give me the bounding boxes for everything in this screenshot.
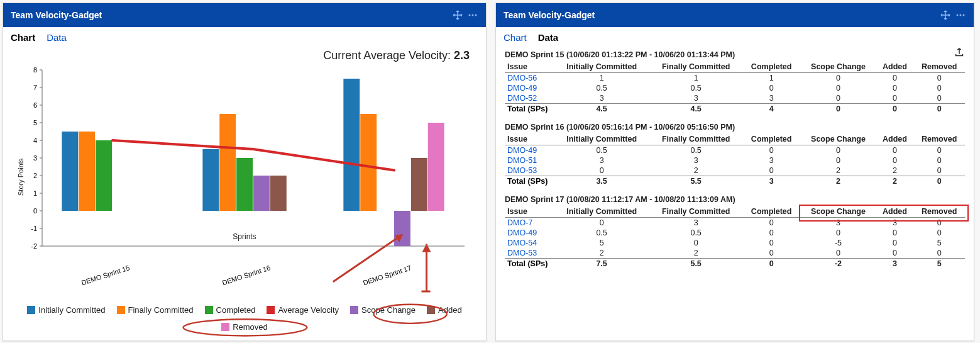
cell: 3 <box>649 155 742 166</box>
svg-rect-39 <box>394 211 410 246</box>
table-total-row: Total (SPs)3.55.53220 <box>505 176 965 187</box>
col-completed: Completed <box>742 133 800 145</box>
issue-link[interactable]: DMO-53 <box>505 166 554 176</box>
svg-rect-31 <box>202 149 219 211</box>
svg-rect-28 <box>79 132 95 211</box>
cell: 0 <box>649 238 742 248</box>
total-cell: 3 <box>876 259 914 269</box>
issue-link[interactable]: DMO-52 <box>505 93 554 104</box>
svg-rect-35 <box>270 176 287 211</box>
total-label: Total (SPs) <box>505 259 554 269</box>
table-row: DMO-490.50.50000 <box>505 145 965 156</box>
more-icon[interactable] <box>467 9 478 21</box>
tab-chart[interactable]: Chart <box>504 32 527 43</box>
table-row: DMO-53220000 <box>505 248 965 259</box>
table-row: DMO-52333000 <box>505 93 965 104</box>
col-removed: Removed <box>913 133 965 145</box>
gadget-title: Team Velocity-Gadget <box>504 10 595 20</box>
svg-text:3: 3 <box>33 154 37 162</box>
legend-initially-committed: Initially Committed <box>27 305 105 315</box>
issue-link[interactable]: DMO-56 <box>505 73 554 84</box>
svg-point-1 <box>472 14 474 16</box>
cell: 0 <box>913 145 965 156</box>
col-scope_change: Scope Change <box>800 206 876 218</box>
svg-text:4: 4 <box>33 137 37 144</box>
issue-link[interactable]: DMO-53 <box>505 248 554 259</box>
tab-data[interactable]: Data <box>538 32 559 43</box>
issue-link[interactable]: DMO-54 <box>505 238 554 248</box>
tabs: Chart Data <box>3 27 486 45</box>
svg-text:2: 2 <box>33 172 37 179</box>
export-icon[interactable] <box>954 47 966 59</box>
sprint-block: DEMO Sprint 17 (10/08/20 11:12:17 AM - 1… <box>505 195 965 269</box>
sprint-table: IssueInitially CommittedFinally Committe… <box>505 61 965 114</box>
cell: 0 <box>800 145 876 156</box>
cell: 0 <box>876 155 914 166</box>
cell: 2 <box>649 248 742 259</box>
cell: 3 <box>554 155 649 166</box>
svg-rect-34 <box>253 176 270 211</box>
cell: 0.5 <box>554 83 649 93</box>
table-row: DMO-56111000 <box>505 73 965 84</box>
move-icon[interactable] <box>452 9 463 21</box>
tab-data[interactable]: Data <box>47 32 67 43</box>
cell: 0 <box>800 155 876 166</box>
cell: 1 <box>649 73 742 84</box>
total-cell: 3 <box>742 176 800 187</box>
velocity-gadget-data: Team Velocity-Gadget Chart Data <box>495 3 974 341</box>
table-row: DMO-7030330 <box>505 218 965 228</box>
issue-link[interactable]: DMO-49 <box>505 145 554 156</box>
total-cell: 2 <box>800 176 876 187</box>
col-finally_committed: Finally Committed <box>649 61 742 73</box>
svg-point-0 <box>469 14 471 16</box>
total-cell: -2 <box>800 259 876 269</box>
col-initially_committed: Initially Committed <box>554 133 649 145</box>
total-cell: 7.5 <box>554 259 649 269</box>
sprint-table: IssueInitially CommittedFinally Committe… <box>505 133 965 186</box>
cell: 0 <box>876 248 914 259</box>
tab-chart[interactable]: Chart <box>11 32 35 43</box>
legend-added: Added <box>427 305 462 315</box>
total-cell: 0 <box>913 176 965 187</box>
cell: 0 <box>913 166 965 176</box>
svg-text:7: 7 <box>33 84 37 91</box>
cell: 0 <box>913 155 965 166</box>
cell: 3 <box>649 93 742 104</box>
sprint-table: IssueInitially CommittedFinally Committe… <box>505 206 965 269</box>
sprint-title: DEMO Sprint 17 (10/08/20 11:12:17 AM - 1… <box>505 195 965 206</box>
col-removed: Removed <box>913 61 965 73</box>
svg-text:1: 1 <box>33 189 37 197</box>
table-total-row: Total (SPs)7.55.50-235 <box>505 259 965 269</box>
svg-rect-38 <box>360 114 377 211</box>
legend-removed: Removed <box>221 322 268 332</box>
cell: 2 <box>800 166 876 176</box>
total-cell: 0 <box>800 104 876 115</box>
cell: 0 <box>876 145 914 156</box>
velocity-label: Current Average Velocity: <box>323 49 454 62</box>
cell: 3 <box>649 218 742 228</box>
cell: 0 <box>800 248 876 259</box>
issue-link[interactable]: DMO-7 <box>505 218 554 228</box>
col-issue: Issue <box>505 206 554 218</box>
svg-point-2 <box>475 14 477 16</box>
cell: 0.5 <box>649 83 742 93</box>
cell: 0 <box>742 238 800 248</box>
legend-scope-change: Scope Change <box>350 305 416 315</box>
cell: 3 <box>742 155 800 166</box>
more-icon[interactable] <box>955 9 966 21</box>
total-label: Total (SPs) <box>505 176 554 187</box>
svg-rect-32 <box>219 114 236 211</box>
svg-rect-29 <box>96 140 112 211</box>
svg-point-47 <box>957 14 959 16</box>
cell: 0 <box>742 228 800 238</box>
issue-link[interactable]: DMO-49 <box>505 228 554 238</box>
svg-rect-40 <box>411 158 427 211</box>
cell: 0 <box>876 238 914 248</box>
move-icon[interactable] <box>940 9 951 21</box>
cell: 0 <box>742 248 800 259</box>
issue-link[interactable]: DMO-51 <box>505 155 554 166</box>
svg-text:5: 5 <box>33 119 37 127</box>
cell: 3 <box>742 93 800 104</box>
gadget-title: Team Velocity-Gadget <box>11 10 102 20</box>
issue-link[interactable]: DMO-49 <box>505 83 554 93</box>
